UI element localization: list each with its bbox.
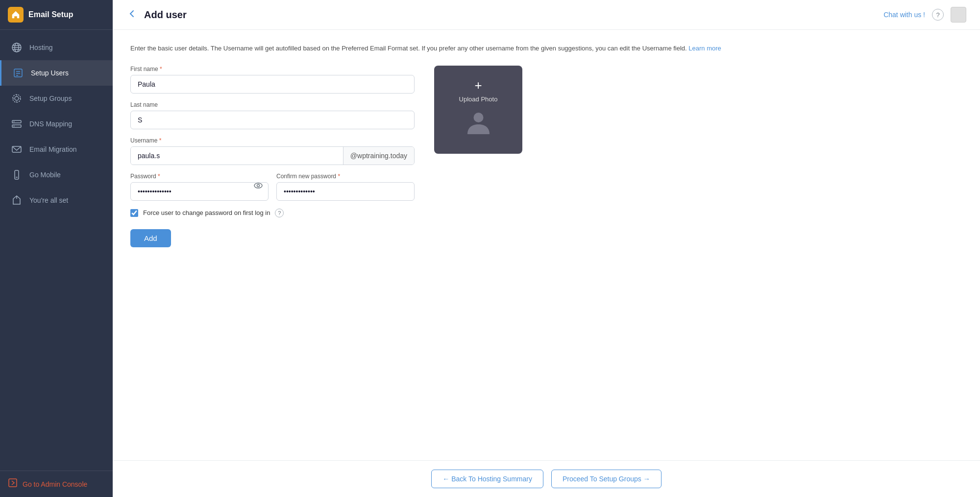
first-name-label: First name * (130, 66, 415, 72)
force-change-checkbox[interactable] (130, 209, 138, 217)
first-name-input[interactable] (130, 75, 415, 94)
back-arrow-button[interactable] (126, 8, 137, 22)
setup-users-label: Setup Users (31, 69, 69, 77)
photo-person-icon (465, 109, 492, 140)
form-and-photo: First name * Last name Use (130, 66, 962, 247)
force-change-row: Force user to change password on first l… (130, 209, 415, 217)
sidebar-item-email-migration[interactable]: Email Migration (0, 137, 113, 162)
dns-mapping-label: DNS Mapping (29, 120, 72, 128)
first-name-row: First name * (130, 66, 415, 94)
admin-console-icon (8, 478, 18, 490)
svg-point-9 (15, 96, 19, 100)
admin-console-link[interactable]: Go to Admin Console (0, 471, 113, 497)
svg-point-10 (13, 95, 21, 102)
last-name-row: Last name (130, 101, 415, 129)
password-row: Password * (130, 173, 415, 201)
admin-console-label: Go to Admin Console (23, 480, 87, 488)
email-migration-label: Email Migration (29, 145, 76, 153)
proceed-to-setup-groups-button[interactable]: Proceed To Setup Groups → (551, 470, 662, 488)
sidebar-header: Email Setup (0, 0, 113, 30)
eye-icon[interactable] (254, 181, 263, 192)
setup-groups-icon (10, 92, 24, 105)
svg-point-17 (14, 121, 15, 122)
sidebar-app-title: Email Setup (28, 10, 74, 19)
sidebar-nav: Hosting Setup Users (0, 30, 113, 471)
hosting-icon (10, 41, 24, 54)
password-field: Password * (130, 173, 269, 201)
content-area: Enter the basic user details. The Userna… (113, 30, 980, 460)
setup-users-icon (11, 66, 25, 80)
force-change-info-icon[interactable]: ? (275, 209, 284, 217)
info-text: Enter the basic user details. The Userna… (130, 44, 962, 54)
main-content: Add user Chat with us ! ? Enter the basi… (113, 0, 980, 497)
youre-all-set-icon (10, 193, 24, 207)
password-label: Password * (130, 173, 269, 180)
confirm-password-input[interactable] (276, 182, 415, 201)
chat-link[interactable]: Chat with us ! (883, 11, 925, 19)
username-row: Username * @wptraining.today (130, 137, 415, 165)
user-avatar (951, 7, 966, 23)
help-icon[interactable]: ? (932, 9, 944, 21)
username-input[interactable] (131, 147, 343, 165)
email-migration-icon (10, 142, 24, 156)
header-right: Chat with us ! ? (883, 7, 966, 23)
sidebar-item-setup-groups[interactable]: Setup Groups (0, 86, 113, 111)
sidebar-item-go-mobile[interactable]: Go Mobile (0, 162, 113, 188)
svg-rect-24 (9, 479, 17, 487)
dns-mapping-icon (10, 117, 24, 131)
sidebar-item-dns-mapping[interactable]: DNS Mapping (0, 111, 113, 137)
setup-groups-label: Setup Groups (29, 95, 72, 102)
footer: ← Back To Hosting Summary Proceed To Set… (113, 460, 980, 497)
youre-all-set-label: You're all set (29, 196, 68, 204)
username-label: Username * (130, 137, 415, 144)
confirm-password-field: Confirm new password * (276, 173, 415, 201)
svg-point-26 (257, 185, 260, 187)
sidebar-item-setup-users[interactable]: Setup Users (0, 60, 113, 86)
photo-upload-label: Upload Photo (459, 95, 498, 103)
sidebar-item-hosting[interactable]: Hosting (0, 35, 113, 60)
form-section: First name * Last name Use (130, 66, 415, 247)
go-mobile-icon (10, 168, 24, 182)
password-input[interactable] (130, 182, 269, 201)
hosting-label: Hosting (29, 44, 52, 51)
photo-upload-area[interactable]: + Upload Photo (434, 66, 522, 154)
add-button[interactable]: Add (130, 229, 171, 247)
force-change-label: Force user to change password on first l… (143, 209, 270, 216)
username-domain: @wptraining.today (343, 147, 414, 165)
svg-point-25 (254, 183, 262, 188)
sidebar: Email Setup Hosting (0, 0, 113, 497)
learn-more-link[interactable]: Learn more (688, 45, 721, 52)
username-field-wrapper: @wptraining.today (130, 146, 415, 165)
app-logo-icon (8, 7, 24, 23)
confirm-password-label: Confirm new password * (276, 173, 415, 180)
svg-rect-20 (15, 170, 19, 179)
svg-point-27 (473, 113, 483, 122)
top-header: Add user Chat with us ! ? (113, 0, 980, 30)
photo-plus-icon: + (474, 79, 482, 92)
svg-point-18 (14, 126, 15, 127)
sidebar-item-youre-all-set[interactable]: You're all set (0, 188, 113, 213)
go-mobile-label: Go Mobile (29, 171, 61, 179)
last-name-label: Last name (130, 101, 415, 108)
back-to-hosting-button[interactable]: ← Back To Hosting Summary (431, 470, 543, 488)
last-name-input[interactable] (130, 111, 415, 129)
page-title: Add user (144, 9, 187, 21)
